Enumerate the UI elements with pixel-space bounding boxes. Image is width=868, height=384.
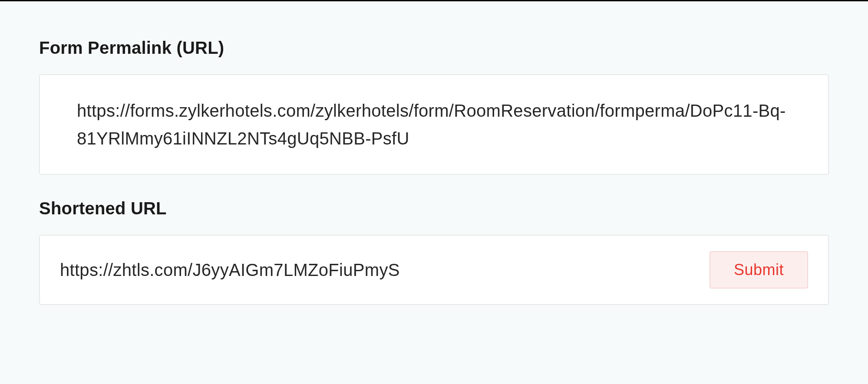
shortened-value[interactable]: https://zhtls.com/J6yyAIGm7LMZoFiuPmyS <box>60 258 696 282</box>
permalink-field[interactable]: https://forms.zylkerhotels.com/zylkerhot… <box>39 74 829 175</box>
shortened-label: Shortened URL <box>39 199 829 218</box>
shortened-field: https://zhtls.com/J6yyAIGm7LMZoFiuPmyS S… <box>39 235 829 305</box>
permalink-value: https://forms.zylkerhotels.com/zylkerhot… <box>77 97 791 152</box>
permalink-label: Form Permalink (URL) <box>39 38 829 58</box>
permalink-section: Form Permalink (URL) https://forms.zylke… <box>39 38 829 175</box>
submit-button[interactable]: Submit <box>710 251 808 289</box>
shortened-section: Shortened URL https://zhtls.com/J6yyAIGm… <box>39 199 829 305</box>
